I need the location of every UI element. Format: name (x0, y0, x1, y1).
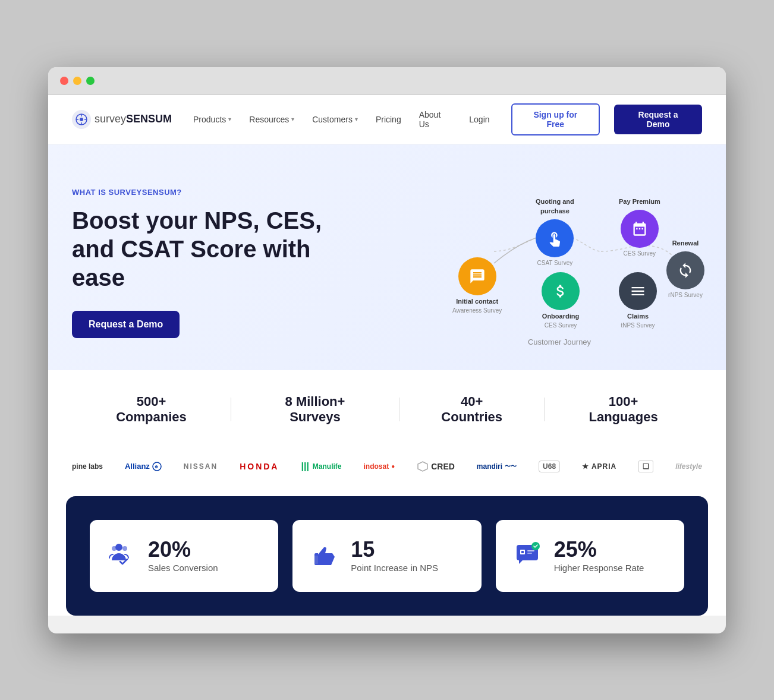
metric-number-sales: 20% (148, 539, 218, 560)
request-demo-hero-button[interactable]: Request a Demo (72, 311, 180, 338)
chevron-down-icon: ▾ (228, 116, 231, 122)
metric-number-nps: 15 (351, 539, 438, 560)
logo-manulife: ||| Manulife (301, 461, 341, 472)
maximize-button[interactable] (86, 77, 95, 85)
metric-info-sales: 20% Sales Conversion (148, 539, 218, 573)
logo-mandiri: mandiri〜〜 (477, 462, 517, 471)
metric-label-nps: Point Increase in NPS (351, 563, 438, 573)
metric-label-response: Higher Response Rate (554, 563, 644, 573)
svg-marker-8 (418, 462, 427, 471)
chevron-down-icon: ▾ (355, 116, 358, 122)
nav-item-customers[interactable]: Customers ▾ (305, 110, 365, 129)
metrics-section: 20% Sales Conversion 15 Point Increase i… (66, 496, 708, 616)
stat-languages: 100+ Languages (545, 394, 702, 425)
logo-u68: U68 (539, 461, 560, 472)
stats-bar: 500+ Companies 8 Million+ Surveys 40+ Co… (48, 370, 726, 449)
logo-lifestyle: lifestyle (675, 462, 702, 471)
metric-number-response: 25% (554, 539, 644, 560)
close-button[interactable] (60, 77, 68, 85)
nav-item-products[interactable]: Products ▾ (186, 110, 238, 129)
hero-title: Boost your NPS, CES, and CSAT Score with… (72, 206, 345, 292)
metric-card-response: 25% Higher Response Rate (496, 520, 684, 592)
hero-left: WHAT IS SURVEYSENSUM? Boost your NPS, CE… (72, 188, 345, 338)
stat-companies: 500+ Companies (72, 394, 231, 425)
hero-section: WHAT IS SURVEYSENSUM? Boost your NPS, CE… (48, 144, 726, 370)
svg-text:⊕: ⊕ (155, 465, 158, 469)
browser-content: surveySENSUM Products ▾ Resources ▾ Cust… (48, 95, 726, 616)
svg-point-9 (115, 544, 122, 551)
node-quoting: Quoting and purchase CSAT Survey (536, 198, 574, 266)
navbar: surveySENSUM Products ▾ Resources ▾ Cust… (48, 95, 726, 144)
logos-section: pine labs Allianz ⊕ NISSAN HONDA ||| Man… (48, 449, 726, 496)
logo-nissan: NISSAN (184, 462, 218, 471)
metric-card-sales: 20% Sales Conversion (90, 520, 278, 592)
stat-countries: 40+ Countries (399, 394, 544, 425)
journey-title: Customer Journey (528, 338, 591, 346)
node-initial-contact: Initial contact Awareness Survey (452, 257, 502, 314)
stat-surveys: 8 Million+ Surveys (231, 394, 399, 425)
node-pay-premium: Pay Premium CES Survey (619, 198, 660, 257)
logo[interactable]: surveySENSUM (72, 110, 172, 129)
logos-row: pine labs Allianz ⊕ NISSAN HONDA ||| Man… (72, 461, 702, 472)
svg-point-1 (80, 118, 83, 121)
logo-apria: ★ APRIA (582, 462, 616, 471)
node-claims: Claims tNPS Survey (619, 272, 657, 329)
chat-response-icon (512, 539, 542, 573)
signup-button[interactable]: Sign up for Free (511, 103, 600, 135)
request-demo-nav-button[interactable]: Request a Demo (614, 105, 702, 134)
thumbsup-nps-icon (309, 539, 339, 573)
logo-icon (72, 110, 91, 129)
svg-rect-15 (521, 551, 524, 553)
metric-info-response: 25% Higher Response Rate (554, 539, 644, 573)
nav-item-resources[interactable]: Resources ▾ (242, 110, 301, 129)
logo-sensum: SENSUM (126, 113, 172, 125)
svg-rect-16 (527, 550, 534, 551)
logo-text: surveySENSUM (95, 113, 172, 125)
nav-links: Products ▾ Resources ▾ Customers ▾ Prici… (186, 105, 448, 134)
browser-titlebar (48, 67, 726, 95)
logo-cred: CRED (417, 461, 455, 472)
logo-pine-labs: pine labs (72, 462, 103, 471)
nav-item-pricing[interactable]: Pricing (369, 110, 408, 129)
logo-indosat: indosat● (363, 462, 395, 471)
node-renewal: Renewal rNPS Survey (666, 239, 704, 298)
logo-survey: survey (95, 113, 126, 125)
login-link[interactable]: Login (462, 110, 496, 129)
metric-info-nps: 15 Point Increase in NPS (351, 539, 438, 573)
logo-allianz: Allianz ⊕ (125, 462, 162, 471)
metric-card-nps: 15 Point Increase in NPS (292, 520, 481, 592)
browser-window: surveySENSUM Products ▾ Resources ▾ Cust… (48, 67, 726, 633)
minimize-button[interactable] (73, 77, 81, 85)
chevron-down-icon: ▾ (291, 116, 294, 122)
svg-rect-17 (527, 553, 532, 554)
nav-item-about[interactable]: About Us (412, 105, 448, 134)
hero-tag: WHAT IS SURVEYSENSUM? (72, 188, 345, 197)
node-onboarding: Onboarding CES Survey (542, 272, 580, 329)
customer-journey-diagram: Initial contact Awareness Survey Quoting… (417, 180, 702, 346)
svg-rect-12 (314, 556, 318, 564)
logo-kuoni: ❏ (638, 461, 653, 472)
logo-honda: HONDA (240, 462, 279, 471)
metric-label-sales: Sales Conversion (148, 563, 218, 573)
svg-point-10 (122, 546, 127, 551)
svg-point-11 (112, 546, 117, 551)
team-conversion-icon (106, 539, 136, 573)
